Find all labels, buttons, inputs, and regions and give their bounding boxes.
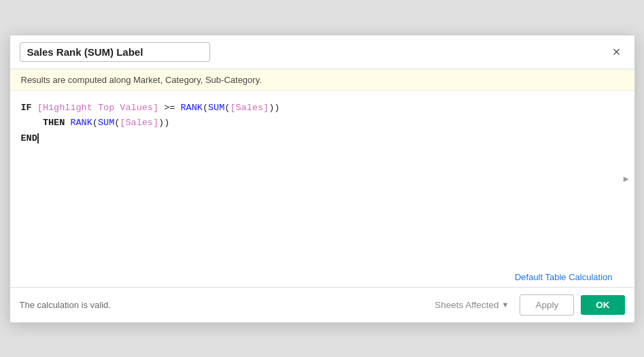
validation-message: The calculation is valid. <box>20 300 111 310</box>
info-text: Results are computed along Market, Categ… <box>21 75 262 85</box>
dialog-footer: The calculation is valid. Sheets Affecte… <box>10 287 634 322</box>
close-button[interactable]: × <box>609 44 625 60</box>
expand-icon[interactable]: ▶ <box>624 171 629 186</box>
default-table-calculation-link[interactable]: Default Table Calculation <box>504 269 624 286</box>
code-line-1: IF [Highlight Top Values] >= RANK(SUM([S… <box>21 101 624 116</box>
dialog-header: × <box>10 35 634 69</box>
info-bar: Results are computed along Market, Categ… <box>10 69 634 91</box>
sheets-affected-label: Sheets Affected <box>435 300 498 310</box>
default-calc-section: Default Table Calculation <box>10 268 634 287</box>
apply-button[interactable]: Apply <box>520 294 574 316</box>
code-line-2: THEN RANK(SUM([Sales])) <box>21 116 624 131</box>
sheets-affected-button[interactable]: Sheets Affected ▼ <box>430 297 513 313</box>
code-editor[interactable]: IF [Highlight Top Values] >= RANK(SUM([S… <box>10 91 634 268</box>
chevron-down-icon: ▼ <box>502 301 509 309</box>
ok-button[interactable]: OK <box>581 295 624 315</box>
calculation-dialog: × Results are computed along Market, Cat… <box>10 35 635 323</box>
code-line-3: END <box>21 131 624 147</box>
footer-actions: Sheets Affected ▼ Apply OK <box>430 294 624 316</box>
dialog-title-input[interactable] <box>20 42 210 62</box>
